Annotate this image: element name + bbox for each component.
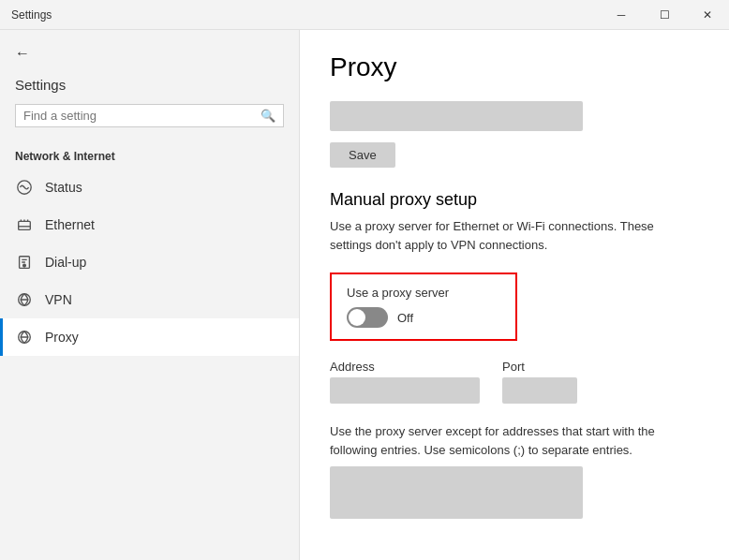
toggle-state-label: Off [397,311,413,325]
port-input[interactable] [502,377,577,404]
sidebar-item-status-label: Status [45,180,82,195]
ethernet-icon [15,215,34,234]
page-title: Proxy [330,52,699,82]
sidebar-item-dialup[interactable]: Dial-up [0,243,299,281]
close-button[interactable]: ✕ [686,0,729,30]
sidebar-app-title: Settings [0,69,299,104]
sidebar-section-title: Network & Internet [0,142,299,169]
search-input[interactable] [23,109,260,123]
sidebar-item-proxy-label: Proxy [45,330,79,345]
sidebar: ← Settings 🔍 Network & Internet Status [0,30,300,560]
sidebar-item-vpn-label: VPN [45,292,72,307]
exceptions-description: Use the proxy server except for addresse… [330,422,686,459]
back-arrow-icon: ← [15,45,30,62]
toggle-label: Use a proxy server [347,286,500,300]
toggle-row: Off [347,307,500,328]
proxy-toggle-box: Use a proxy server Off [330,273,517,341]
port-label: Port [502,360,577,374]
address-field-group: Address [330,360,480,404]
proxy-toggle-switch[interactable] [347,307,388,328]
sidebar-item-proxy[interactable]: Proxy [0,318,299,356]
sidebar-item-ethernet[interactable]: Ethernet [0,206,299,243]
manual-section-title: Manual proxy setup [330,190,699,210]
sidebar-search-box[interactable]: 🔍 [15,104,284,127]
manual-description: Use a proxy server for Ethernet or Wi-Fi… [330,217,686,254]
maximize-button[interactable]: ☐ [643,0,686,30]
proxy-address-top-input[interactable] [330,101,583,131]
address-input[interactable] [330,377,480,404]
status-icon [15,178,34,197]
titlebar-title: Settings [11,8,52,22]
titlebar-controls: ─ ☐ ✕ [600,0,729,30]
vpn-icon [15,290,34,309]
address-port-row: Address Port [330,360,699,404]
titlebar: Settings ─ ☐ ✕ [0,0,729,30]
dialup-icon [15,253,34,272]
save-button[interactable]: Save [330,142,395,168]
port-field-group: Port [502,360,577,404]
svg-rect-1 [19,221,31,229]
sidebar-item-status[interactable]: Status [0,169,299,206]
proxy-icon [15,328,34,346]
exceptions-input[interactable] [330,466,583,519]
back-button[interactable]: ← [0,37,299,69]
sidebar-item-dialup-label: Dial-up [45,255,86,270]
app-body: ← Settings 🔍 Network & Internet Status [0,30,729,560]
sidebar-item-ethernet-label: Ethernet [45,217,95,232]
search-icon: 🔍 [260,109,275,123]
sidebar-item-vpn[interactable]: VPN [0,281,299,318]
svg-point-3 [23,264,26,267]
minimize-button[interactable]: ─ [600,0,643,30]
address-label: Address [330,360,480,374]
content-area: Proxy Save Manual proxy setup Use a prox… [300,30,729,560]
